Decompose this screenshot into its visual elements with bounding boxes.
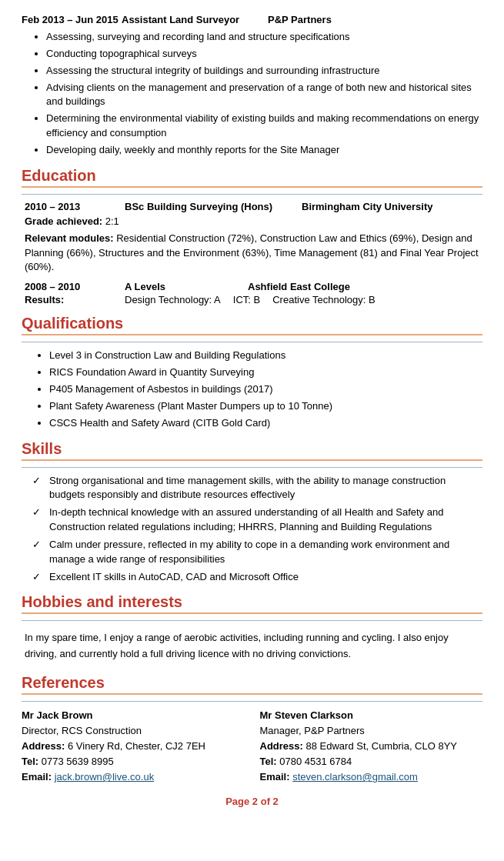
list-item: In-depth technical knowledge with an ass… (46, 506, 479, 535)
edu-institution-1: Birmingham City University (302, 201, 433, 212)
result-0: Design Technology: A (125, 294, 221, 305)
result-1: ICT: B (233, 294, 260, 305)
grade-label: Grade achieved: (25, 215, 102, 227)
alevel-college: Ashfield East College (248, 281, 350, 292)
references-container: Mr Jack Brown Director, RCS Construction… (22, 708, 482, 786)
list-item: Plant Safety Awareness (Plant Master Dum… (49, 399, 479, 414)
skills-title: Skills (22, 440, 482, 458)
references-divider (22, 693, 482, 695)
list-item: Developing daily, weekly and monthly rep… (46, 143, 482, 158)
ref2-email-line: Email: steven.clarkson@gmail.com (260, 769, 483, 785)
ref2-email-link[interactable]: steven.clarkson@gmail.com (292, 771, 418, 783)
grade-value: 2:1 (105, 215, 119, 227)
list-item: CSCS Health and Safety Award (CITB Gold … (49, 416, 479, 431)
education-divider (22, 186, 482, 188)
ref2-tel-label: Tel: (260, 756, 277, 767)
hobbies-title: Hobbies and interests (22, 593, 482, 611)
ref1-address-label: Address: (22, 740, 65, 752)
ref1-email-label: Email: (22, 771, 52, 783)
job-header: Feb 2013 – Jun 2015 Assistant Land Surve… (22, 14, 482, 25)
hobbies-divider (22, 612, 482, 614)
ref2-tel: 0780 4531 6784 (279, 756, 352, 767)
list-item: Assessing, surveying and recording land … (46, 30, 482, 45)
edu-dates-1: 2010 – 2013 (25, 201, 125, 212)
education-divider-blue (22, 194, 482, 195)
ref1-address-line: Address: 6 Vinery Rd, Chester, CJ2 7EH (22, 739, 245, 754)
results-values: Design Technology: A ICT: B Creative Tec… (125, 294, 375, 305)
results-label: Results: (25, 294, 125, 305)
ref2-name: Mr Steven Clarkson (260, 708, 483, 723)
alevel-level: A Levels (125, 281, 248, 292)
qualifications-title: Qualifications (22, 315, 482, 332)
list-item: Advising clients on the management and p… (46, 81, 482, 110)
list-item: Determining the environmental viability … (46, 112, 482, 141)
grade-row: Grade achieved: 2:1 (25, 215, 479, 227)
skills-divider (22, 459, 482, 461)
hobbies-text: In my spare time, I enjoy a range of aer… (25, 627, 479, 664)
ref1-role: Director, RCS Construction (22, 723, 245, 739)
result-2: Creative Technology: B (272, 294, 375, 305)
hobbies-divider-blue (22, 620, 482, 621)
ref-block-2: Mr Steven Clarkson Manager, P&P Partners… (260, 708, 483, 786)
ref-block-1: Mr Jack Brown Director, RCS Construction… (22, 708, 245, 786)
references-divider-blue (22, 701, 482, 702)
list-item: Assessing the structural integrity of bu… (46, 64, 482, 78)
page-footer: Page 2 of 2 (22, 796, 482, 807)
ref2-email-label: Email: (260, 771, 290, 783)
alevel-dates: 2008 – 2010 (25, 281, 125, 292)
job-bullets: Assessing, surveying and recording land … (46, 30, 482, 158)
ref2-role: Manager, P&P Partners (260, 723, 483, 739)
ref1-email-link[interactable]: jack.brown@live.co.uk (55, 771, 155, 783)
list-item: Strong organisational and time managemen… (46, 474, 479, 503)
edu-row-1: 2010 – 2013 BSc Building Surveying (Hons… (25, 201, 479, 212)
ref1-address: 6 Vinery Rd, Chester, CJ2 7EH (68, 740, 205, 752)
ref2-address-label: Address: (260, 740, 303, 752)
references-title: References (22, 674, 482, 692)
qualifications-divider-blue (22, 342, 482, 342)
list-item: P405 Management of Asbestos in buildings… (49, 382, 479, 397)
results-row: Results: Design Technology: A ICT: B Cre… (25, 294, 479, 305)
list-item: RICS Foundation Award in Quantity Survey… (49, 365, 479, 380)
ref1-email-line: Email: jack.brown@live.co.uk (22, 769, 245, 785)
job-company: P&P Partners (268, 14, 332, 25)
qualifications-content: Level 3 in Construction Law and Building… (22, 349, 482, 430)
relevant-label: Relevant modules: (25, 232, 114, 244)
job-dates: Feb 2013 – Jun 2015 (22, 14, 122, 25)
ref1-tel: 0773 5639 8995 (42, 756, 114, 767)
ref2-tel-line: Tel: 0780 4531 6784 (260, 754, 483, 769)
qualifications-bullets: Level 3 in Construction Law and Building… (49, 349, 479, 430)
hobbies-content: In my spare time, I enjoy a range of aer… (22, 627, 482, 664)
list-item: Excellent IT skills in AutoCAD, CAD and … (46, 570, 479, 585)
job-title: Assistant Land Surveyor (122, 14, 268, 25)
ref1-tel-label: Tel: (22, 756, 38, 767)
education-content: 2010 – 2013 BSc Building Surveying (Hons… (22, 201, 482, 306)
qualifications-divider (22, 334, 482, 335)
skills-checks: Strong organisational and time managemen… (46, 474, 479, 585)
skills-content: Strong organisational and time managemen… (22, 474, 482, 585)
list-item: Calm under pressure, reflected in my abi… (46, 538, 479, 567)
alevel-row: 2008 – 2010 A Levels Ashfield East Colle… (25, 281, 479, 292)
ref1-tel-line: Tel: 0773 5639 8995 (22, 754, 245, 769)
edu-degree-1: BSc Building Surveying (Hons) (125, 201, 302, 212)
ref2-address: 88 Edward St, Cumbria, CLO 8YY (305, 740, 457, 752)
ref1-name: Mr Jack Brown (22, 708, 245, 723)
relevant-modules: Relevant modules: Residential Constructi… (25, 232, 479, 275)
education-title: Education (22, 167, 482, 185)
ref2-address-line: Address: 88 Edward St, Cumbria, CLO 8YY (260, 739, 483, 754)
skills-divider-blue (22, 467, 482, 468)
list-item: Level 3 in Construction Law and Building… (49, 349, 479, 363)
list-item: Conducting topographical surveys (46, 47, 482, 62)
